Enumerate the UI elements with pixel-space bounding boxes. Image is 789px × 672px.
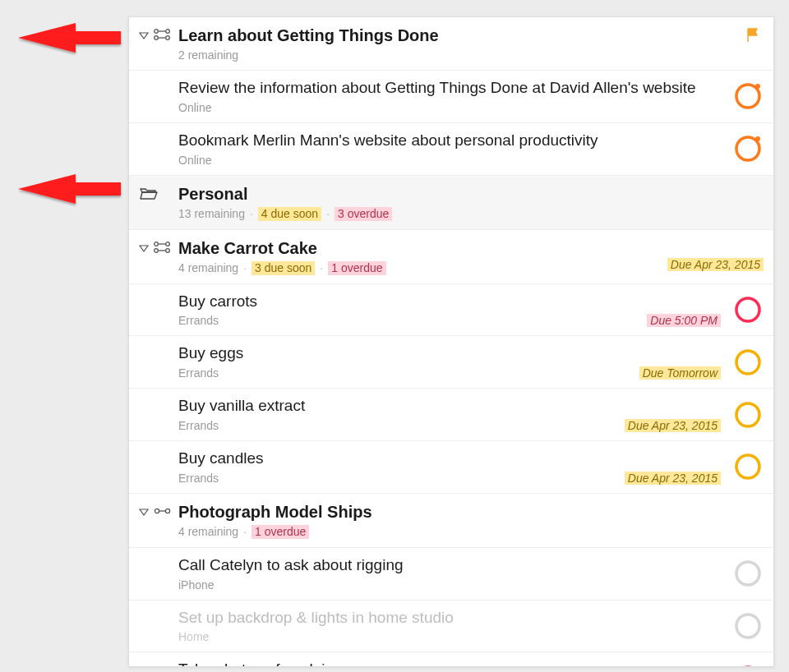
svg-marker-11	[140, 246, 148, 251]
task-row[interactable]: Set up backdrop & lights in home studio …	[129, 601, 773, 653]
task-title: Buy carrots	[178, 292, 721, 311]
svg-point-1	[155, 30, 159, 34]
task-row[interactable]: Bookmark Merlin Mann's website about per…	[129, 123, 773, 176]
status-circle-icon[interactable]	[734, 135, 762, 163]
status-circle-icon[interactable]	[734, 453, 762, 481]
status-circle-icon[interactable]	[734, 296, 762, 324]
folder-row[interactable]: Personal 13 remaining · 4 due soon · 3 o…	[129, 176, 773, 230]
remaining-count: 4 remaining	[178, 525, 238, 538]
due-soon-badge: 4 due soon	[258, 207, 321, 221]
remaining-count: 4 remaining	[178, 261, 238, 274]
disclosure-triangle-icon[interactable]	[139, 242, 149, 256]
remaining-count: 2 remaining	[178, 48, 238, 62]
project-row[interactable]: Learn about Getting Things Done 2 remain…	[129, 17, 773, 71]
task-row[interactable]: Take photos of work in progress Home Due…	[129, 652, 773, 667]
svg-point-8	[755, 84, 760, 89]
task-context: Online	[178, 101, 211, 114]
status-circle-icon[interactable]	[734, 612, 762, 640]
svg-marker-0	[140, 33, 148, 39]
project-title: Learn about Getting Things Done	[178, 25, 721, 45]
status-circle-icon[interactable]	[734, 401, 762, 429]
svg-point-6	[166, 36, 170, 40]
status-circle-icon[interactable]	[734, 665, 762, 667]
overdue-badge: 3 overdue	[335, 207, 392, 221]
task-context: iPhone	[178, 578, 215, 591]
svg-point-10	[755, 136, 760, 141]
svg-point-14	[166, 242, 170, 246]
due-soon-badge: 3 due soon	[251, 261, 315, 275]
svg-point-4	[155, 36, 159, 40]
annotation-arrow-icon	[18, 164, 125, 214]
project-row[interactable]: Make Carrot Cake 4 remaining · 3 due soo…	[129, 230, 773, 284]
svg-point-27	[736, 614, 759, 637]
task-row[interactable]: Buy candles Errands Due Apr 23, 2015	[129, 441, 773, 494]
project-due-date: Due Apr 23, 2015	[667, 258, 764, 271]
svg-point-20	[736, 403, 759, 426]
overdue-badge: 1 overdue	[328, 261, 385, 275]
overdue-badge: 1 overdue	[251, 525, 309, 539]
status-circle-icon[interactable]	[734, 559, 762, 587]
task-due-date: Due Apr 23, 2015	[625, 419, 721, 432]
svg-point-23	[155, 509, 159, 513]
separator-dot: ·	[243, 525, 247, 538]
task-due-date: Due Tomorrow	[639, 366, 721, 380]
folder-open-icon	[139, 186, 159, 204]
task-title: Bookmark Merlin Mann's website about per…	[178, 131, 721, 150]
task-due-date: Due Apr 23, 2015	[625, 472, 721, 485]
parallel-project-icon	[154, 29, 172, 44]
task-context: Home	[178, 630, 209, 643]
separator-dot: ·	[326, 207, 330, 220]
svg-marker-22	[140, 509, 148, 515]
task-title: Buy eggs	[178, 344, 721, 363]
svg-point-18	[736, 298, 759, 321]
project-row[interactable]: Photograph Model Ships 4 remaining · 1 o…	[129, 494, 773, 548]
status-circle-icon[interactable]	[734, 82, 762, 110]
svg-marker-30	[18, 174, 121, 204]
flag-icon[interactable]	[745, 27, 762, 44]
task-context: Errands	[178, 314, 219, 327]
svg-point-9	[736, 137, 759, 160]
svg-point-21	[736, 455, 759, 478]
svg-point-19	[736, 351, 759, 374]
parallel-project-icon	[154, 242, 172, 256]
separator-dot: ·	[250, 207, 253, 220]
task-title: Set up backdrop & lights in home studio	[178, 609, 721, 628]
separator-dot: ·	[320, 261, 323, 274]
task-row[interactable]: Buy vanilla extract Errands Due Apr 23, …	[129, 389, 773, 441]
task-context: Errands	[178, 366, 219, 380]
svg-point-25	[165, 509, 169, 513]
task-context: Errands	[178, 419, 219, 432]
task-title: Review the information about Getting Thi…	[178, 79, 721, 98]
svg-point-17	[166, 248, 170, 252]
task-context: Online	[178, 154, 211, 167]
annotation-arrow-icon	[18, 13, 125, 62]
svg-marker-29	[18, 23, 121, 53]
project-title: Make Carrot Cake	[178, 238, 721, 258]
task-row[interactable]: Review the information about Getting Thi…	[129, 71, 773, 123]
sequential-project-icon	[154, 505, 172, 520]
task-row[interactable]: Buy eggs Errands Due Tomorrow	[129, 336, 773, 389]
svg-point-26	[736, 562, 759, 585]
status-circle-icon[interactable]	[734, 348, 762, 376]
svg-point-3	[166, 30, 170, 34]
task-title: Take photos of work in progress	[178, 660, 721, 667]
separator-dot: ·	[243, 261, 247, 274]
folder-title: Personal	[178, 184, 721, 204]
svg-point-7	[736, 85, 759, 108]
disclosure-triangle-icon[interactable]	[139, 29, 149, 44]
task-title: Call Catelyn to ask about rigging	[178, 556, 721, 575]
task-row[interactable]: Buy carrots Errands Due 5:00 PM	[129, 284, 773, 337]
task-context: Errands	[178, 472, 219, 485]
outline-panel: Learn about Getting Things Done 2 remain…	[128, 16, 774, 667]
remaining-count: 13 remaining	[178, 207, 245, 220]
task-due-date: Due 5:00 PM	[647, 314, 721, 327]
project-title: Photograph Model Ships	[178, 502, 721, 522]
task-title: Buy vanilla extract	[178, 397, 721, 416]
disclosure-triangle-icon[interactable]	[139, 505, 149, 520]
svg-point-12	[155, 242, 159, 246]
task-title: Buy candles	[178, 449, 721, 468]
svg-point-15	[155, 248, 159, 252]
task-row[interactable]: Call Catelyn to ask about rigging iPhone	[129, 548, 773, 601]
